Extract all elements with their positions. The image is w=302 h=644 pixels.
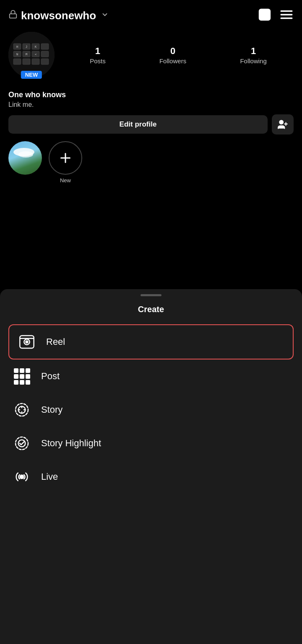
sheet-handle	[141, 294, 161, 296]
post-label: Post	[41, 371, 60, 382]
story-label-text: Story	[41, 404, 62, 415]
story-add-button[interactable]	[49, 141, 82, 175]
sheet-item-post[interactable]: Post	[0, 360, 302, 393]
following-count: 1	[251, 46, 256, 57]
add-post-icon[interactable]	[258, 8, 272, 23]
story-highlight-label: Story Highlight	[41, 438, 101, 449]
svg-point-26	[279, 120, 283, 124]
svg-text:H: H	[16, 45, 18, 49]
top-bar: knowsonewho	[0, 0, 302, 28]
posts-count: 1	[95, 46, 100, 57]
story-new-label: New	[60, 177, 71, 184]
svg-text:N: N	[16, 53, 18, 56]
reel-label: Reel	[46, 336, 65, 347]
story-item-existing[interactable]	[8, 141, 42, 175]
chevron-down-icon	[101, 11, 109, 21]
edit-profile-button[interactable]: Edit profile	[8, 115, 268, 134]
sheet-item-reel[interactable]: Reel	[8, 324, 294, 360]
svg-point-43	[20, 475, 23, 478]
reel-icon	[18, 333, 36, 351]
story-highlight-icon	[13, 434, 31, 453]
profile-section: H J K N M < NEW 1 Posts	[0, 28, 302, 91]
svg-rect-17	[23, 59, 30, 65]
posts-stat[interactable]: 1 Posts	[90, 46, 106, 65]
followers-count: 0	[170, 46, 175, 57]
display-name: One who knows	[8, 91, 294, 99]
hamburger-menu-icon[interactable]	[279, 8, 294, 23]
svg-rect-18	[32, 59, 39, 65]
lock-icon	[8, 10, 18, 21]
stories-row: New	[0, 141, 302, 188]
svg-text:<: <	[35, 53, 36, 56]
profile-info-row: H J K N M < NEW 1 Posts	[8, 32, 294, 78]
followers-stat[interactable]: 0 Followers	[159, 46, 186, 65]
new-badge: NEW	[21, 71, 42, 79]
following-label: Following	[240, 57, 266, 65]
svg-text:M: M	[26, 53, 27, 56]
username-label: knowsonewho	[21, 9, 96, 22]
post-icon	[13, 367, 31, 385]
bio-section: One who knows Link me.	[0, 91, 302, 114]
live-label: Live	[41, 471, 58, 482]
sheet-item-story[interactable]: Story	[0, 393, 302, 427]
svg-point-33	[26, 341, 28, 343]
sheet-item-story-highlight[interactable]: Story Highlight	[0, 427, 302, 460]
svg-rect-0	[10, 14, 17, 18]
stats-row: 1 Posts 0 Followers 1 Following	[63, 46, 294, 65]
username-section[interactable]: knowsonewho	[8, 9, 109, 22]
sheet-item-live[interactable]: Live	[0, 460, 302, 494]
sheet-title: Create	[0, 305, 302, 314]
avatar-wrapper[interactable]: H J K N M < NEW	[8, 32, 55, 78]
svg-rect-11	[41, 44, 49, 49]
story-avatar-sky	[8, 141, 42, 175]
svg-text:J: J	[26, 45, 27, 49]
svg-point-35	[16, 403, 28, 416]
following-stat[interactable]: 1 Following	[240, 46, 266, 65]
add-person-button[interactable]	[272, 114, 294, 134]
posts-label: Posts	[90, 57, 106, 65]
svg-rect-19	[41, 59, 49, 65]
story-item-new[interactable]: New	[49, 141, 82, 184]
top-bar-actions	[258, 8, 294, 23]
svg-rect-15	[41, 51, 49, 57]
bottom-sheet: Create Reel	[0, 289, 302, 644]
bio-text: Link me.	[8, 101, 294, 109]
story-icon	[13, 401, 31, 419]
followers-label: Followers	[159, 57, 186, 65]
svg-rect-16	[13, 59, 21, 65]
live-icon	[13, 468, 31, 486]
buttons-row: Edit profile	[0, 114, 302, 141]
